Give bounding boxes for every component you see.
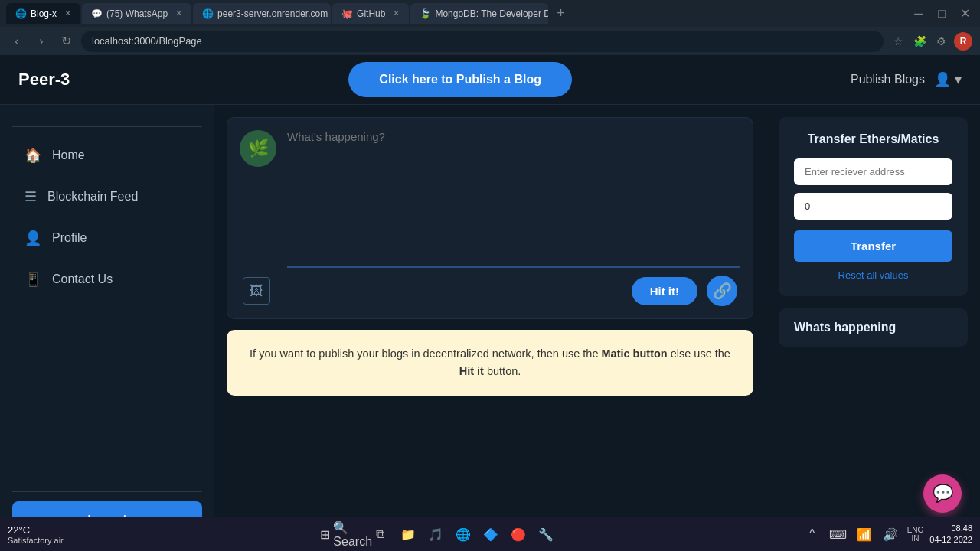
chat-fab-icon: 💬 xyxy=(933,484,953,504)
chrome-button[interactable]: 🌐 xyxy=(452,523,474,545)
hit-it-button[interactable]: Hit it! xyxy=(632,277,697,305)
whats-happening-card: Whats happening xyxy=(779,308,968,347)
vscode-button[interactable]: 🔷 xyxy=(480,523,501,545)
chat-fab-button[interactable]: 💬 xyxy=(923,474,962,513)
reload-button[interactable]: ↻ xyxy=(57,32,75,51)
tab-icon-mongodb: 🍃 xyxy=(420,8,430,19)
sidebar-item-profile[interactable]: 👤 Profile xyxy=(12,219,202,257)
info-box: If you want to publish your blogs in dec… xyxy=(227,330,753,396)
extensions-button[interactable]: 🧩 xyxy=(911,33,928,50)
post-box: 🌿 🖼 Hit it! 🔗 xyxy=(227,117,753,319)
forward-button[interactable]: › xyxy=(32,32,51,51)
matic-icon: 🔗 xyxy=(713,282,732,300)
profile-icon: 👤 xyxy=(24,230,41,246)
reset-values-link[interactable]: Reset all values xyxy=(794,269,952,281)
tab-icon-github: 🐙 xyxy=(341,8,352,19)
header-right: Publish Blogs 👤 ▾ xyxy=(851,71,962,88)
file-explorer-button[interactable]: 📁 xyxy=(397,523,419,545)
task-view-button[interactable]: ⧉ xyxy=(370,523,391,545)
tab-icon-peer3: 🌐 xyxy=(202,8,213,19)
whats-happening-title: Whats happening xyxy=(794,321,952,334)
show-hidden-icons[interactable]: ^ xyxy=(802,523,823,545)
taskbar-center: ⊞ 🔍 Search ⧉ 📁 🎵 🌐 🔷 🔴 🔧 xyxy=(74,523,797,545)
matic-button[interactable]: 🔗 xyxy=(707,276,737,306)
image-icon: 🖼 xyxy=(250,283,263,299)
tab-peer3[interactable]: 🌐 peer3-server.onrender.com ✕ xyxy=(193,3,331,24)
user-menu-icon[interactable]: 👤 ▾ xyxy=(934,71,962,88)
post-actions-row: 🖼 Hit it! 🔗 xyxy=(240,276,740,306)
taskbar-sys-icons: ^ ⌨ 📶 🔊 xyxy=(802,523,901,545)
debug-button[interactable]: 🔴 xyxy=(508,523,529,545)
blockchain-feed-icon: ☰ xyxy=(24,188,37,205)
volume-icon[interactable]: 🔊 xyxy=(880,523,901,545)
settings-button[interactable]: ⚙ xyxy=(933,33,949,50)
minimize-button[interactable]: ─ xyxy=(910,5,928,23)
tab-blog-x[interactable]: 🌐 Blog-x ✕ xyxy=(6,3,80,24)
taskbar-right: ^ ⌨ 📶 🔊 ENGIN 08:48 04-12 2022 xyxy=(802,523,972,546)
amount-input[interactable] xyxy=(794,193,952,220)
publish-blog-button[interactable]: Click here to Publish a Blog xyxy=(348,62,572,97)
post-input-row: 🌿 xyxy=(240,130,740,268)
sidebar-item-blockchain-feed[interactable]: ☰ Blockchain Feed xyxy=(12,178,202,216)
receiver-address-input[interactable] xyxy=(794,158,952,185)
tab-icon-whatsapp: 💬 xyxy=(91,8,102,19)
image-upload-button[interactable]: 🖼 xyxy=(243,277,270,305)
taskbar: 22°C Satisfactory air ⊞ 🔍 Search ⧉ 📁 🎵 🌐… xyxy=(0,517,980,551)
tab-github[interactable]: 🐙 GitHub ✕ xyxy=(332,3,409,24)
content-area: 🏠 Home ☰ Blockchain Feed 👤 Profile 📱 Con… xyxy=(0,105,980,551)
keyboard-icon[interactable]: ⌨ xyxy=(828,523,849,545)
sidebar-item-home[interactable]: 🏠 Home xyxy=(12,136,202,174)
app-header: Peer-3 Click here to Publish a Blog Publ… xyxy=(0,55,980,105)
browser-actions: ☆ 🧩 ⚙ R xyxy=(890,32,972,51)
maximize-button[interactable]: □ xyxy=(933,5,951,23)
post-avatar: 🌿 xyxy=(240,130,276,167)
post-textarea[interactable] xyxy=(287,130,740,268)
sidebar-nav: 🏠 Home ☰ Blockchain Feed 👤 Profile 📱 Con… xyxy=(12,136,202,482)
tab-close-blog-x[interactable]: ✕ xyxy=(64,8,71,18)
tab-bar: 🌐 Blog-x ✕ 💬 (75) WhatsApp ✕ 🌐 peer3-ser… xyxy=(0,0,980,27)
search-button[interactable]: 🔍 Search xyxy=(342,523,364,545)
post-right-actions: Hit it! 🔗 xyxy=(632,276,737,306)
wifi-icon[interactable]: 📶 xyxy=(854,523,875,545)
taskbar-weather: 22°C Satisfactory air xyxy=(8,524,64,545)
sidebar-top-divider xyxy=(12,126,202,127)
back-button[interactable]: ‹ xyxy=(8,32,26,51)
address-bar[interactable]: localhost:3000/BlogPage xyxy=(81,31,884,52)
sidebar: 🏠 Home ☰ Blockchain Feed 👤 Profile 📱 Con… xyxy=(0,105,214,551)
tab-close-whatsapp[interactable]: ✕ xyxy=(175,8,182,18)
address-bar-row: ‹ › ↻ localhost:3000/BlogPage ☆ 🧩 ⚙ R xyxy=(0,27,980,55)
browser-chrome: 🌐 Blog-x ✕ 💬 (75) WhatsApp ✕ 🌐 peer3-ser… xyxy=(0,0,980,55)
close-window-button[interactable]: ✕ xyxy=(956,5,974,23)
app-logo: Peer-3 xyxy=(18,70,70,90)
main-content: 🌿 🖼 Hit it! 🔗 If you xyxy=(214,105,766,551)
tab-mongodb[interactable]: 🍃 MongoDB: The Developer Data P... ✕ xyxy=(410,3,548,24)
app-layout: Peer-3 Click here to Publish a Blog Publ… xyxy=(0,55,980,551)
taskbar-time: 08:48 04-12 2022 xyxy=(929,523,972,546)
sidebar-bottom-divider xyxy=(12,491,202,492)
profile-avatar[interactable]: R xyxy=(954,32,972,51)
taskbar-locale: ENGIN xyxy=(907,526,924,543)
tab-close-github[interactable]: ✕ xyxy=(393,8,400,18)
tab-icon-blog-x: 🌐 xyxy=(15,8,26,19)
spotify-button[interactable]: 🎵 xyxy=(425,523,446,545)
sidebar-item-contact-us[interactable]: 📱 Contact Us xyxy=(12,260,202,298)
transfer-button[interactable]: Transfer xyxy=(794,230,952,262)
new-tab-button[interactable]: + xyxy=(550,3,571,24)
contact-icon: 📱 xyxy=(24,271,41,288)
extra-button[interactable]: 🔧 xyxy=(535,523,557,545)
transfer-card: Transfer Ethers/Matics Transfer Reset al… xyxy=(779,117,968,296)
home-icon: 🏠 xyxy=(24,147,41,164)
tab-whatsapp[interactable]: 💬 (75) WhatsApp ✕ xyxy=(82,3,191,24)
transfer-title: Transfer Ethers/Matics xyxy=(794,132,952,146)
bookmark-button[interactable]: ☆ xyxy=(890,33,906,50)
